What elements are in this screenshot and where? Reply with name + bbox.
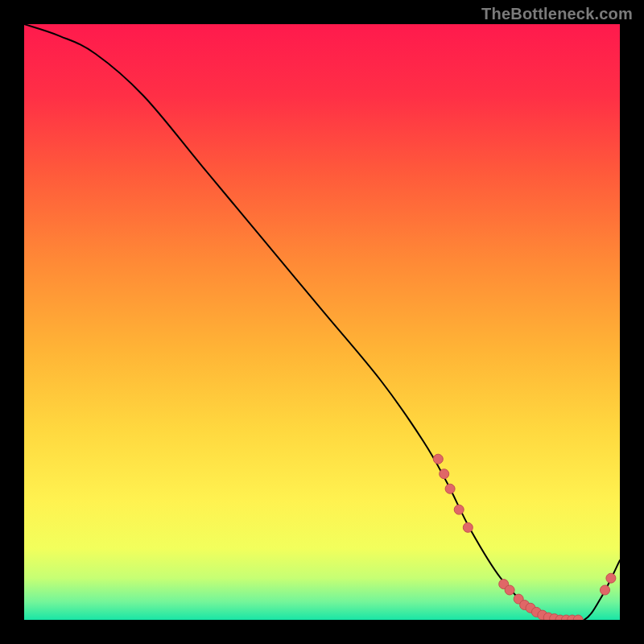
data-point-marker <box>445 484 455 493</box>
chart-stage: TheBottleneck.com <box>0 0 644 644</box>
chart-plot-area <box>24 24 620 620</box>
chart-svg <box>24 24 620 620</box>
chart-background-gradient <box>24 24 620 620</box>
data-point-marker <box>440 469 449 479</box>
watermark-text: TheBottleneck.com <box>481 5 633 23</box>
data-point-marker <box>463 522 473 532</box>
data-point-marker <box>454 505 464 514</box>
data-point-marker <box>433 454 443 464</box>
data-point-marker <box>505 585 514 595</box>
data-point-marker <box>601 585 610 595</box>
data-point-marker <box>606 573 616 583</box>
